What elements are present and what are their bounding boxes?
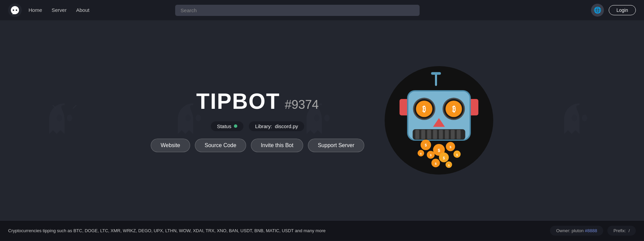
bot-name: TIPBOT	[196, 89, 280, 114]
svg-text:₿: ₿	[422, 105, 426, 113]
svg-text:$: $	[425, 143, 427, 147]
nav-home[interactable]: Home	[29, 7, 42, 13]
navbar-right: 🌐 Login	[591, 4, 636, 17]
library-label: Library:	[255, 123, 272, 129]
navbar: Home Server About 🌐 Login	[0, 0, 644, 20]
login-button[interactable]: Login	[609, 5, 636, 15]
hero-text: TIPBOT #9374 Status Library: discord.py …	[151, 89, 364, 152]
footer-right: Owner: pluton #8888 Prefix: /	[550, 226, 636, 236]
svg-text:$: $	[456, 153, 458, 157]
bg-ghost-5	[561, 102, 598, 139]
svg-rect-14	[431, 72, 441, 75]
library-badge: Library: discord.py	[249, 121, 304, 131]
nav-links: Home Server About	[29, 7, 89, 13]
website-button[interactable]: Website	[151, 139, 190, 152]
nav-server[interactable]: Server	[52, 7, 67, 13]
svg-text:$: $	[420, 152, 422, 155]
translate-button[interactable]: 🌐	[591, 4, 604, 17]
svg-point-11	[572, 115, 577, 121]
svg-text:$: $	[448, 164, 450, 167]
status-online-dot	[234, 124, 237, 128]
discord-logo	[8, 3, 22, 17]
owner-label: Owner:	[556, 228, 570, 233]
svg-rect-33	[439, 130, 443, 139]
svg-rect-36	[457, 130, 461, 139]
status-badge: Status	[211, 121, 244, 131]
svg-rect-30	[421, 130, 425, 139]
hero-section: TIPBOT #9374 Status Library: discord.py …	[0, 20, 644, 220]
svg-point-1	[13, 9, 14, 11]
robot-svg: ₿ ₿	[391, 69, 486, 171]
nav-about[interactable]: About	[76, 7, 89, 13]
invite-bot-button[interactable]: Invite this Bot	[251, 139, 303, 152]
status-label: Status	[217, 123, 232, 129]
svg-point-4	[67, 115, 72, 121]
svg-point-3	[57, 115, 62, 121]
svg-text:$: $	[438, 148, 440, 153]
prefix-badge: Prefix: /	[607, 226, 636, 236]
robot-circle: ₿ ₿	[385, 66, 493, 175]
svg-rect-34	[445, 130, 449, 139]
hero-content: TIPBOT #9374 Status Library: discord.py …	[118, 46, 526, 195]
svg-rect-35	[451, 130, 455, 139]
footer-bar: Cryptocurrencies tipping such as BTC, DO…	[0, 220, 644, 241]
footer-description: Cryptocurrencies tipping such as BTC, DO…	[8, 228, 550, 233]
action-buttons: Website Source Code Invite this Bot Supp…	[151, 139, 364, 152]
source-code-button[interactable]: Source Code	[195, 139, 246, 152]
svg-text:$: $	[449, 145, 452, 149]
search-input[interactable]	[175, 5, 420, 16]
library-value: discord.py	[275, 123, 298, 129]
svg-text:$: $	[430, 154, 431, 157]
support-server-button[interactable]: Support Server	[308, 139, 364, 152]
robot-image-container: ₿ ₿	[385, 66, 493, 175]
svg-text:$: $	[443, 156, 445, 160]
prefix-label: Prefix:	[613, 228, 626, 233]
svg-text:$: $	[435, 162, 437, 165]
svg-point-12	[582, 115, 587, 121]
bg-ghost-1	[46, 102, 83, 139]
owner-badge: Owner: pluton #8888	[550, 226, 603, 236]
svg-text:₿: ₿	[452, 105, 455, 113]
owner-name: pluton	[572, 228, 584, 233]
status-row: Status Library: discord.py	[211, 121, 304, 131]
prefix-value: /	[628, 228, 630, 233]
svg-rect-32	[433, 130, 437, 139]
svg-rect-29	[415, 130, 419, 139]
owner-discriminator: #8888	[585, 228, 597, 233]
translate-icon: 🌐	[594, 6, 601, 14]
svg-rect-31	[427, 130, 431, 139]
bot-discriminator: #9374	[285, 98, 319, 112]
search-container	[175, 5, 420, 16]
svg-point-2	[16, 9, 17, 11]
bot-title: TIPBOT #9374	[196, 89, 319, 114]
